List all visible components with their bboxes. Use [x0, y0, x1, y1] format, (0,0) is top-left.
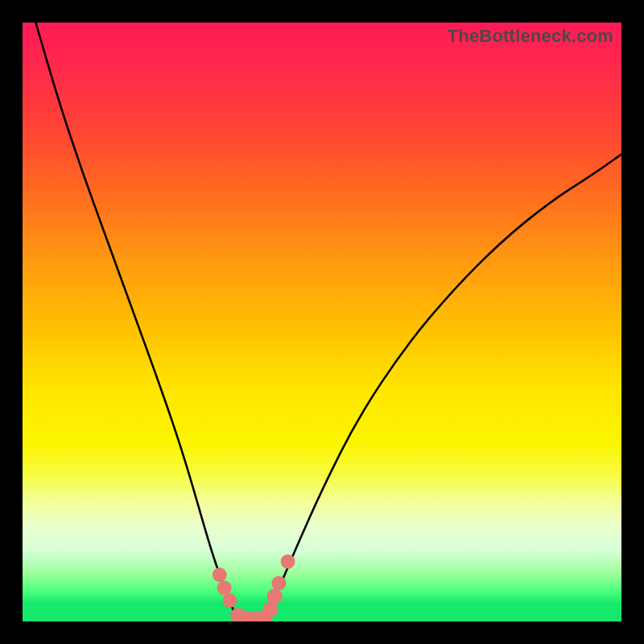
chart-frame: TheBottleneck.com	[0, 0, 644, 644]
right-marker-4	[281, 555, 295, 569]
right-marker-3	[272, 576, 287, 590]
chart-svg	[23, 23, 621, 621]
series-right-curve	[268, 155, 621, 616]
right-marker-2	[267, 588, 283, 604]
left-marker-3	[222, 593, 237, 608]
left-marker-2	[217, 580, 232, 595]
chart-plot-area: TheBottleneck.com	[23, 23, 621, 621]
series-left-curve	[35, 23, 235, 616]
left-marker-1	[213, 568, 227, 582]
watermark-text: TheBottleneck.com	[448, 26, 613, 47]
right-marker-1	[262, 601, 278, 617]
